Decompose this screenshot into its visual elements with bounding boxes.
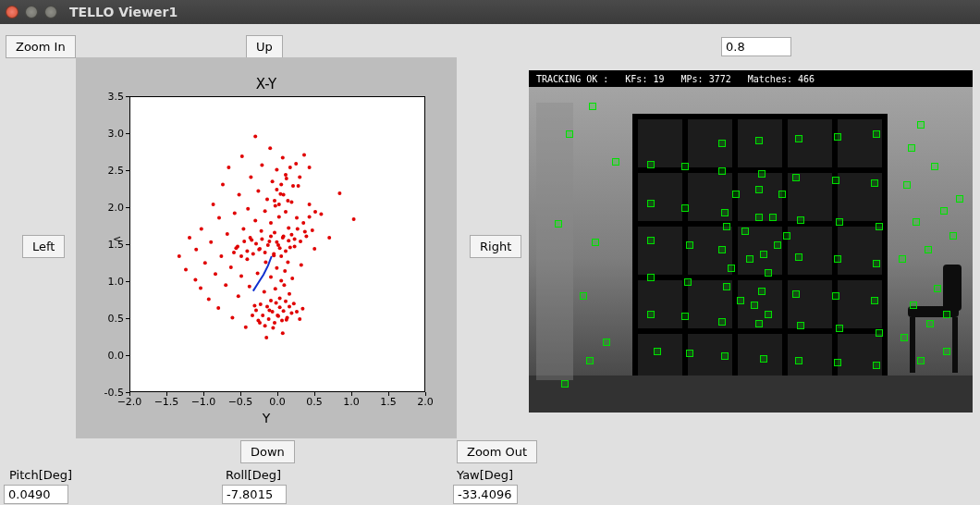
feature-marker bbox=[721, 352, 729, 360]
svg-point-66 bbox=[279, 278, 283, 282]
feature-marker bbox=[718, 246, 726, 253]
plot-title: X-Y bbox=[85, 76, 447, 92]
svg-point-11 bbox=[214, 272, 217, 276]
svg-point-129 bbox=[269, 234, 273, 238]
svg-point-134 bbox=[284, 249, 288, 252]
feature-marker bbox=[943, 311, 950, 318]
feature-marker bbox=[555, 220, 562, 228]
svg-point-148 bbox=[279, 182, 283, 186]
svg-point-151 bbox=[286, 199, 289, 203]
svg-rect-172 bbox=[910, 317, 915, 373]
feature-marker bbox=[792, 290, 800, 298]
svg-point-73 bbox=[284, 210, 288, 214]
svg-point-57 bbox=[274, 287, 277, 290]
feature-marker bbox=[917, 121, 925, 129]
svg-point-106 bbox=[278, 305, 282, 309]
feature-marker bbox=[934, 285, 941, 292]
pitch-label: Pitch[Deg] bbox=[9, 468, 72, 482]
feature-marker bbox=[755, 137, 763, 144]
svg-point-47 bbox=[265, 197, 269, 201]
svg-point-17 bbox=[226, 232, 229, 236]
window-title: TELLO Viewer1 bbox=[69, 5, 178, 19]
feature-marker bbox=[721, 209, 729, 216]
svg-point-136 bbox=[289, 233, 293, 237]
feature-marker bbox=[758, 288, 766, 295]
svg-point-120 bbox=[242, 240, 246, 243]
svg-point-19 bbox=[229, 265, 233, 269]
svg-point-56 bbox=[273, 230, 276, 234]
svg-point-101 bbox=[269, 299, 273, 302]
feature-marker bbox=[718, 318, 726, 326]
svg-point-82 bbox=[293, 238, 297, 241]
feature-marker bbox=[956, 195, 963, 203]
window-close-icon[interactable] bbox=[6, 6, 18, 18]
svg-point-6 bbox=[200, 227, 203, 230]
scatter-plot: X-Y Y -0.50.00.51.01.52.02.53.03.5−2.0−1… bbox=[85, 76, 447, 427]
feature-marker bbox=[873, 260, 880, 267]
roll-label: Roll[Deg] bbox=[226, 468, 281, 482]
svg-point-21 bbox=[233, 212, 237, 216]
svg-point-86 bbox=[303, 230, 307, 234]
down-button[interactable]: Down bbox=[240, 440, 295, 463]
svg-point-59 bbox=[275, 266, 278, 270]
feature-marker bbox=[765, 269, 772, 277]
feature-marker bbox=[647, 237, 655, 244]
svg-point-72 bbox=[283, 269, 287, 273]
feature-marker bbox=[925, 246, 932, 253]
roll-input[interactable] bbox=[222, 485, 287, 504]
svg-point-89 bbox=[319, 212, 323, 216]
feature-marker bbox=[795, 253, 802, 261]
feature-marker bbox=[612, 158, 619, 166]
svg-point-80 bbox=[289, 201, 293, 204]
svg-point-91 bbox=[337, 191, 341, 195]
y-tick-label: 0.0 bbox=[108, 350, 125, 362]
svg-point-150 bbox=[284, 173, 288, 177]
feature-marker bbox=[654, 348, 661, 355]
feature-marker bbox=[917, 357, 925, 364]
x-tick-label: −2.0 bbox=[117, 396, 142, 408]
svg-point-152 bbox=[288, 166, 292, 169]
svg-point-90 bbox=[327, 236, 331, 240]
svg-point-23 bbox=[237, 294, 240, 298]
svg-point-63 bbox=[277, 216, 281, 219]
zoom-out-button[interactable]: Zoom Out bbox=[457, 440, 537, 463]
svg-rect-171 bbox=[943, 265, 962, 311]
y-tick-label: 2.0 bbox=[108, 202, 125, 214]
svg-point-141 bbox=[304, 234, 308, 238]
feature-marker bbox=[926, 320, 934, 327]
zoom-in-button[interactable]: Zoom In bbox=[6, 35, 76, 58]
svg-point-41 bbox=[260, 229, 263, 233]
svg-point-107 bbox=[280, 319, 284, 323]
window-minimize-icon[interactable] bbox=[25, 6, 38, 18]
feature-marker bbox=[876, 223, 883, 230]
feature-marker bbox=[723, 283, 730, 290]
feature-marker bbox=[732, 191, 740, 198]
svg-point-13 bbox=[217, 216, 221, 219]
feature-marker bbox=[792, 174, 800, 181]
left-button[interactable]: Left bbox=[22, 235, 65, 258]
svg-point-126 bbox=[260, 238, 263, 241]
svg-point-36 bbox=[253, 134, 257, 138]
feature-marker bbox=[836, 325, 843, 332]
right-button[interactable]: Right bbox=[470, 235, 521, 258]
window-maximize-icon[interactable] bbox=[44, 6, 57, 18]
pitch-input[interactable] bbox=[4, 485, 68, 504]
feature-marker bbox=[774, 241, 781, 249]
feature-marker bbox=[876, 329, 883, 337]
feature-marker bbox=[943, 348, 950, 355]
feature-marker bbox=[589, 103, 596, 110]
x-tick-label: 1.0 bbox=[343, 396, 360, 408]
feature-marker bbox=[681, 204, 689, 212]
svg-point-67 bbox=[279, 254, 283, 258]
up-button[interactable]: Up bbox=[246, 35, 283, 58]
svg-point-12 bbox=[216, 306, 220, 310]
svg-point-44 bbox=[263, 209, 267, 213]
yaw-input[interactable] bbox=[453, 485, 518, 504]
feature-marker bbox=[760, 355, 767, 363]
svg-point-46 bbox=[264, 336, 268, 339]
plot-area bbox=[129, 96, 425, 392]
x-axis-label: Y bbox=[85, 411, 447, 425]
svg-point-34 bbox=[252, 304, 256, 308]
svg-point-123 bbox=[251, 252, 255, 256]
scale-input[interactable] bbox=[721, 37, 791, 56]
